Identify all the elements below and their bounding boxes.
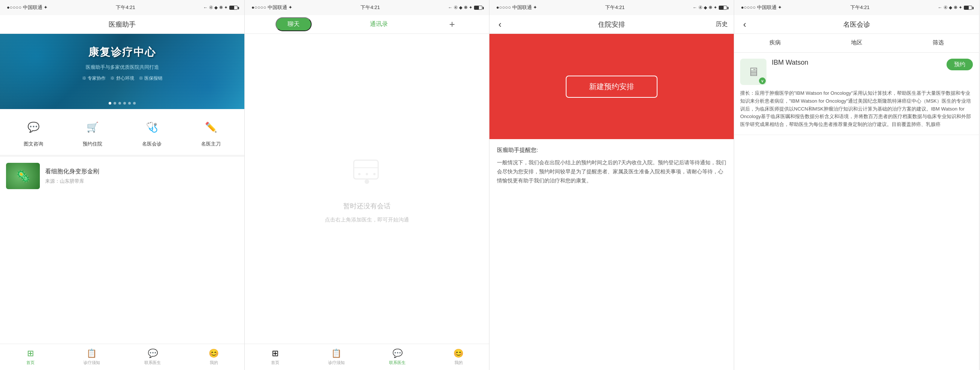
- status-icons-4: ← ④ ◆ ❋ ✦: [938, 5, 972, 10]
- bottom-nav-1: ⊞ 首页 📋 诊疗须知 💬 联系医生 😊 我的: [0, 344, 244, 370]
- filter-disease[interactable]: 疾病: [734, 34, 816, 52]
- appoint-button[interactable]: 预约: [947, 59, 973, 70]
- carrier-3: ●○○○○ 中国联通 ✦: [496, 4, 537, 11]
- banner-features: ※ 专家协作 ※ 舒心环境 ※ 医保报销: [82, 75, 162, 81]
- chat-empty-title: 暂时还没有会话: [343, 201, 391, 211]
- nav-doctor-label-1: 联系医生: [144, 360, 161, 365]
- doctor-card-watson: 🖥 v IBM Watson 预约 擅长：应用于肿瘤医学的"IBM Watson…: [734, 53, 979, 135]
- battery-1: [229, 6, 237, 10]
- news-title: 看细胞化身变形金刚: [45, 168, 238, 175]
- status-bar-1: ●○○○○ 中国联通 ✦ 下午4:21 ← ④ ◆ ❋ ✦: [0, 0, 244, 15]
- news-card[interactable]: 🦠 看细胞化身变形金刚 来源：山东脐带库: [0, 157, 244, 195]
- nav-medical-label-1: 诊疗须知: [83, 360, 100, 365]
- me-nav-icon-2: 😊: [453, 349, 463, 358]
- add-doctor-button[interactable]: +: [446, 18, 458, 30]
- bottom-nav-2: ⊞ 首页 📋 诊疗须知 💬 联系医生 😊 我的: [245, 344, 489, 370]
- chat-empty-hint: 点击右上角添加医生，即可开始沟通: [325, 217, 409, 223]
- icon-hospital[interactable]: 🛒 预约住院: [82, 116, 103, 147]
- reminder-title: 医瘤助手提醒您:: [497, 147, 726, 154]
- expert-title: 名医会诊: [843, 20, 870, 29]
- expert-icon: 🩺: [142, 116, 162, 138]
- filter-bar: 疾病 地区 筛选: [734, 34, 979, 53]
- banner-subtitle: 医瘤助手与多家优质医院共同打造: [86, 64, 159, 71]
- dot-6: [133, 102, 136, 105]
- doctor-name-area: IBM Watson: [772, 59, 941, 68]
- me-nav-icon: 😊: [208, 349, 219, 358]
- surgeon-label: 名医主刀: [201, 140, 221, 147]
- chat-tab[interactable]: 聊天: [275, 17, 312, 31]
- nav-home-label-1: 首页: [26, 360, 35, 365]
- screen-chat: ●○○○○ 中国联通 ✦ 下午4:21 ← ④ ◆ ❋ ✦ 聊天 通讯录 + 暂…: [245, 0, 490, 370]
- news-source: 来源：山东脐带库: [45, 178, 238, 185]
- nav-home-2[interactable]: ⊞ 首页: [245, 349, 306, 365]
- expert-header: ‹ 名医会诊: [734, 15, 979, 34]
- new-appointment-button[interactable]: 新建预约安排: [566, 76, 657, 98]
- contacts-tab[interactable]: 通讯录: [359, 18, 399, 30]
- hospital-back-button[interactable]: ‹: [495, 18, 504, 31]
- consultation-icon: 💬: [23, 116, 44, 138]
- status-icons-2: ← ④ ◆ ❋ ✦: [448, 5, 482, 10]
- appointment-area: 新建预约安排: [490, 34, 734, 139]
- dot-5: [128, 102, 131, 105]
- banner: 康复诊疗中心 医瘤助手与多家优质医院共同打造 ※ 专家协作 ※ 舒心环境 ※ 医…: [0, 34, 244, 109]
- nav-medical-1[interactable]: 📋 诊疗须知: [61, 349, 123, 365]
- nav-doctor-2[interactable]: 💬 联系医生: [367, 349, 428, 365]
- icon-expert[interactable]: 🩺 名医会诊: [142, 116, 162, 147]
- nav-me-1[interactable]: 😊 我的: [183, 349, 245, 365]
- status-bar-4: ●○○○○ 中国联通 ✦ 下午4:21 ← ④ ◆ ❋ ✦: [734, 0, 979, 15]
- svg-point-6: [373, 173, 375, 175]
- status-bar-2: ●○○○○ 中国联通 ✦ 下午4:21 ← ④ ◆ ❋ ✦: [245, 0, 489, 15]
- home-title: 医瘤助手: [109, 20, 136, 29]
- nav-medical-2[interactable]: 📋 诊疗须知: [306, 349, 367, 365]
- nav-doctor-label-2: 联系医生: [389, 360, 406, 365]
- home-nav-icon: ⊞: [27, 349, 34, 358]
- doctor-header: 🖥 v IBM Watson 预约: [740, 59, 973, 85]
- medical-nav-icon-2: 📋: [331, 349, 341, 358]
- verified-badge: v: [759, 77, 766, 84]
- screen-hospital: ●○○○○ 中国联通 ✦ 下午4:21 ← ④ ◆ ❋ ✦ ‹ 住院安排 历史 …: [490, 0, 734, 370]
- svg-point-5: [366, 173, 368, 175]
- dot-1: [109, 102, 111, 105]
- filter-region[interactable]: 地区: [816, 34, 897, 52]
- battery-3: [719, 6, 727, 10]
- svg-rect-0: [354, 160, 378, 179]
- filter-screen[interactable]: 筛选: [897, 34, 979, 52]
- nav-me-label-1: 我的: [210, 360, 218, 365]
- carrier-2: ●○○○○ 中国联通 ✦: [251, 4, 293, 11]
- hospital-title: 住院安排: [598, 20, 625, 29]
- doctor-nav-icon: 💬: [148, 349, 158, 358]
- history-button[interactable]: 历史: [716, 20, 728, 28]
- hospital-header: ‹ 住院安排 历史: [490, 15, 734, 34]
- expert-back-button[interactable]: ‹: [740, 18, 749, 31]
- hospital-icon: 🛒: [82, 116, 103, 138]
- banner-dots: [109, 102, 136, 105]
- doctor-description: 擅长：应用于肿瘤医学的"IBM Watson for Oncology"采用认知…: [740, 89, 973, 129]
- status-bar-3: ●○○○○ 中国联通 ✦ 下午4:21 ← ④ ◆ ❋ ✦: [490, 0, 734, 15]
- doctor-avatar: 🖥 v: [740, 59, 767, 85]
- news-info: 看细胞化身变形金刚 来源：山东脐带库: [45, 168, 238, 185]
- time-2: 下午4:21: [361, 4, 380, 11]
- chat-header: 聊天 通讯录 +: [245, 15, 489, 34]
- status-icons-3: ← ④ ◆ ❋ ✦: [693, 5, 727, 10]
- watson-icon: 🖥: [747, 65, 759, 79]
- banner-main-text: 康复诊疗中心: [88, 45, 156, 59]
- consultation-label: 图文咨询: [24, 140, 43, 147]
- home-header: 医瘤助手: [0, 15, 244, 34]
- battery-2: [474, 6, 482, 10]
- carrier-4: ●○○○○ 中国联通 ✦: [741, 4, 782, 11]
- doctor-name: IBM Watson: [772, 59, 941, 67]
- nav-home-1[interactable]: ⊞ 首页: [0, 349, 61, 365]
- icon-grid: 💬 图文咨询 🛒 预约住院 🩺 名医会诊 ✏️ 名医主刀: [0, 109, 244, 155]
- icon-consultation[interactable]: 💬 图文咨询: [23, 116, 44, 147]
- nav-doctor-1[interactable]: 💬 联系医生: [122, 349, 183, 365]
- nav-medical-label-2: 诊疗须知: [328, 360, 345, 365]
- time-1: 下午4:21: [116, 4, 135, 11]
- battery-4: [964, 6, 972, 10]
- expert-label: 名医会诊: [142, 140, 162, 147]
- nav-me-label-2: 我的: [455, 360, 463, 365]
- nav-me-2[interactable]: 😊 我的: [428, 349, 490, 365]
- doctor-nav-icon-2: 💬: [393, 349, 402, 358]
- home-nav-icon-2: ⊞: [272, 349, 278, 358]
- icon-surgeon[interactable]: ✏️ 名医主刀: [200, 116, 221, 147]
- chat-empty-state: 暂时还没有会话 点击右上角添加医生，即可开始沟通: [245, 34, 489, 344]
